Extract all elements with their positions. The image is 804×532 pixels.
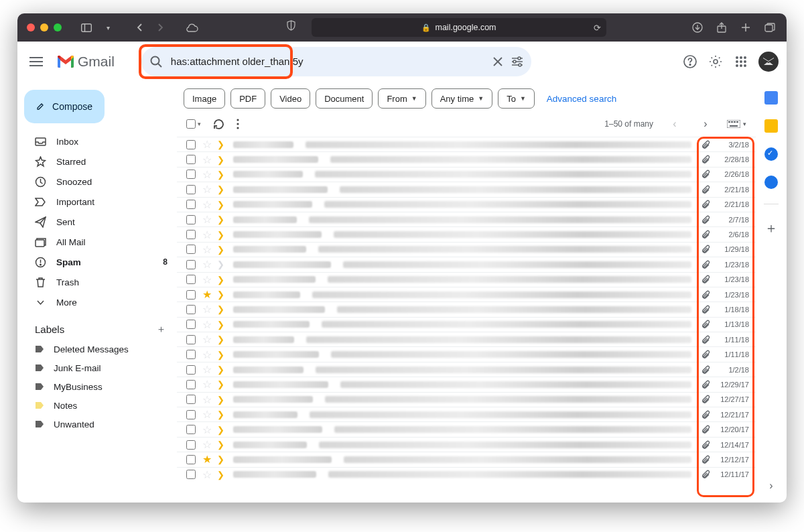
row-checkbox[interactable] [186, 470, 196, 479]
row-checkbox[interactable] [186, 440, 196, 450]
star-icon[interactable]: ★ [202, 288, 212, 301]
filter-chip[interactable]: To▼ [498, 88, 535, 109]
row-checkbox[interactable] [186, 305, 196, 314]
row-checkbox[interactable] [186, 455, 196, 464]
star-icon[interactable]: ☆ [202, 348, 212, 361]
row-checkbox[interactable] [186, 410, 196, 419]
nav-item-more[interactable]: More [23, 292, 177, 312]
apps-grid-icon[interactable] [733, 54, 749, 70]
email-row[interactable]: ☆ ❯ 12/20/17 [177, 421, 756, 436]
nav-item-clock[interactable]: Snoozed [23, 172, 177, 192]
row-checkbox[interactable] [186, 185, 196, 194]
importance-marker-icon[interactable]: ❯ [217, 334, 226, 344]
search-options-icon[interactable] [511, 56, 523, 67]
importance-marker-icon[interactable]: ❯ [217, 245, 226, 255]
star-icon[interactable]: ☆ [202, 303, 212, 316]
clear-search-icon[interactable] [492, 56, 503, 67]
tasks-addon-icon[interactable] [764, 147, 778, 161]
main-menu-button[interactable] [29, 57, 56, 66]
row-checkbox[interactable] [186, 365, 196, 375]
email-row[interactable]: ☆ ❯ 2/26/18 [177, 167, 756, 182]
importance-marker-icon[interactable]: ❯ [217, 155, 226, 165]
sidebar-toggle-icon[interactable] [79, 20, 94, 35]
email-row[interactable]: ☆ ❯ 2/6/18 [177, 226, 756, 241]
nav-item-star[interactable]: Starred [23, 151, 177, 172]
label-item[interactable]: MyBusiness [23, 377, 177, 396]
label-item[interactable]: Unwanted [23, 415, 177, 434]
star-icon[interactable]: ☆ [202, 318, 212, 331]
contacts-addon-icon[interactable] [764, 176, 778, 189]
email-row[interactable]: ☆ ❯ 2/21/18 [177, 182, 756, 196]
nav-forward-icon[interactable] [153, 20, 168, 35]
filter-chip[interactable]: Any time▼ [431, 88, 493, 109]
importance-marker-icon[interactable]: ❯ [217, 275, 226, 285]
importance-marker-icon[interactable]: ❯ [217, 470, 226, 480]
row-checkbox[interactable] [186, 275, 196, 284]
filter-chip[interactable]: Image [184, 88, 225, 109]
importance-marker-icon[interactable]: ❯ [217, 230, 226, 240]
filter-chip[interactable]: Document [316, 88, 373, 109]
row-checkbox[interactable] [186, 350, 196, 359]
tabs-overview-icon[interactable] [762, 20, 777, 35]
star-icon[interactable]: ☆ [202, 363, 212, 376]
email-row[interactable]: ☆ ❯ 1/23/18 [177, 257, 756, 271]
select-all-checkbox[interactable]: ▾ [186, 119, 201, 129]
nav-back-icon[interactable] [133, 20, 147, 35]
star-icon[interactable]: ☆ [202, 423, 212, 436]
email-row[interactable]: ☆ ❯ 2/28/18 [177, 151, 756, 166]
row-checkbox[interactable] [186, 140, 196, 149]
privacy-shield-icon[interactable] [283, 18, 298, 33]
page-prev-button[interactable]: ‹ [665, 118, 684, 130]
importance-marker-icon[interactable]: ❯ [217, 454, 226, 464]
star-icon[interactable]: ☆ [202, 408, 212, 421]
keep-addon-icon[interactable] [764, 119, 778, 133]
star-icon[interactable]: ☆ [202, 393, 212, 406]
filter-chip[interactable]: From▼ [378, 88, 425, 109]
search-input[interactable] [171, 56, 484, 67]
star-icon[interactable]: ☆ [202, 228, 212, 241]
window-maximize-button[interactable] [54, 23, 62, 31]
row-checkbox[interactable] [186, 215, 196, 224]
importance-marker-icon[interactable]: ❯ [217, 259, 226, 269]
email-row[interactable]: ☆ ❯ 1/29/18 [177, 242, 756, 257]
email-row[interactable]: ☆ ❯ 3/2/18 [177, 137, 756, 151]
nav-item-allmail[interactable]: All Mail [23, 232, 177, 252]
download-icon[interactable] [690, 20, 705, 35]
email-row[interactable]: ☆ ❯ 1/11/18 [177, 332, 756, 346]
nav-item-trash[interactable]: Trash [23, 272, 177, 292]
star-icon[interactable]: ☆ [202, 153, 212, 166]
email-row[interactable]: ☆ ❯ 1/18/18 [177, 302, 756, 316]
label-item[interactable]: Deleted Messages [23, 340, 177, 358]
row-checkbox[interactable] [186, 230, 196, 239]
importance-marker-icon[interactable]: ❯ [217, 409, 226, 419]
reload-icon[interactable]: ⟳ [594, 23, 601, 33]
star-icon[interactable]: ☆ [202, 213, 212, 226]
input-mode-button[interactable]: ▾ [727, 120, 746, 128]
row-checkbox[interactable] [186, 425, 196, 434]
importance-marker-icon[interactable]: ❯ [217, 320, 226, 330]
label-item[interactable]: Notes [23, 396, 177, 415]
cloud-icon[interactable] [185, 20, 200, 35]
importance-marker-icon[interactable]: ❯ [217, 184, 226, 194]
row-checkbox[interactable] [186, 395, 196, 404]
star-icon[interactable]: ☆ [202, 333, 212, 346]
email-row[interactable]: ☆ ❯ 12/14/17 [177, 437, 756, 452]
nav-item-inbox[interactable]: Inbox [23, 131, 177, 151]
row-checkbox[interactable] [186, 155, 196, 164]
row-checkbox[interactable] [186, 380, 196, 389]
sidebar-dropdown-icon[interactable]: ▾ [100, 20, 115, 35]
star-icon[interactable]: ☆ [202, 378, 212, 391]
address-bar[interactable]: 🔒 mail.google.com ⟳ [312, 18, 606, 37]
email-row[interactable]: ☆ ❯ 12/29/17 [177, 377, 756, 391]
compose-button[interactable]: Compose [24, 90, 105, 123]
get-addons-button[interactable]: ＋ [764, 219, 778, 237]
importance-marker-icon[interactable]: ❯ [217, 170, 226, 180]
window-close-button[interactable] [27, 23, 35, 31]
add-label-button[interactable]: ＋ [156, 323, 166, 336]
importance-marker-icon[interactable]: ❯ [217, 214, 226, 224]
row-checkbox[interactable] [186, 245, 196, 254]
nav-item-send[interactable]: Sent [23, 212, 177, 232]
filter-chip[interactable]: Video [271, 88, 310, 109]
more-actions-button[interactable] [237, 119, 239, 129]
importance-marker-icon[interactable]: ❯ [217, 379, 226, 389]
